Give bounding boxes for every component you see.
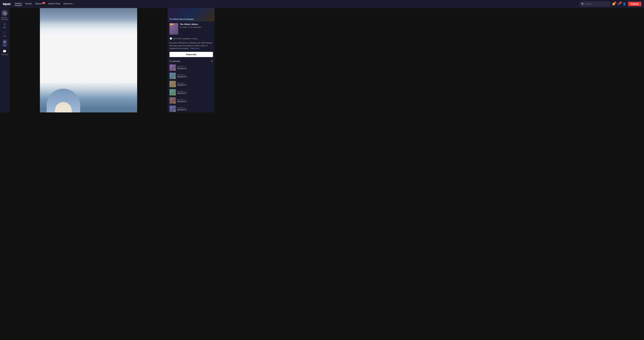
episode-thumb: 🔒 bbox=[170, 89, 176, 96]
logo[interactable]: tapas bbox=[3, 2, 10, 6]
lock-icon: 🔒 bbox=[174, 85, 176, 87]
episode-thumb: 🔒 bbox=[170, 65, 176, 71]
like-label: Like bbox=[3, 35, 6, 37]
sort-button[interactable]: ⇅ bbox=[211, 60, 213, 63]
episode-item[interactable]: 🔒 Episode 40 Episode 40 bbox=[168, 72, 214, 80]
episodes-count: 52 episodes bbox=[170, 60, 180, 63]
avatar-area: 🎭 Episode ... 3.5k views bbox=[1, 10, 8, 21]
comic-page-mid bbox=[40, 35, 137, 82]
comic-arch-decoration bbox=[46, 89, 80, 112]
episode-info: Episode 40 Episode 40 bbox=[177, 74, 213, 78]
list-label: List bbox=[3, 45, 6, 46]
episode-thumb: 🔒 bbox=[170, 73, 176, 79]
nav-mature[interactable]: Mature18 bbox=[35, 2, 45, 6]
avatar[interactable]: 🎭 bbox=[2, 10, 8, 16]
episode-title: Episode 39 bbox=[177, 68, 213, 70]
clock-icon: 🕐 bbox=[170, 37, 172, 40]
read-more-link[interactable]: Read more bbox=[190, 47, 200, 49]
comment-action[interactable]: 💬 Comment bbox=[1, 50, 8, 55]
episode-label: Episode 43 bbox=[177, 99, 213, 100]
episode-label: Episode ... 3.5k views bbox=[1, 17, 8, 21]
nav-novels[interactable]: Novels bbox=[25, 2, 32, 6]
more-label: More bbox=[3, 27, 6, 28]
series-meta: 2m views · 57.7k subscribers bbox=[180, 26, 213, 28]
episode-title: Episode 43 bbox=[177, 100, 213, 102]
episode-label: Episode 40 bbox=[177, 74, 213, 76]
episodes-list: 🔒 Episode 39 Episode 39 🔒 Episode 40 Epi… bbox=[168, 64, 214, 113]
series-text-info: The Villain's Belov... 2m views · 57.7k … bbox=[180, 23, 213, 28]
nav-comics[interactable]: Comics bbox=[14, 2, 22, 6]
wuf-notice: 🕐 Next WUF available in 2 days bbox=[168, 36, 214, 41]
banner-title: The Villain's Beloved Daughter bbox=[170, 18, 194, 20]
episode-item[interactable]: 🔒 Episode 43 Episode 43 bbox=[168, 97, 214, 105]
comic-viewer-area bbox=[10, 8, 168, 112]
left-sidebar: 🎭 Episode ... 3.5k views More ♡ Like ☰ L… bbox=[0, 8, 10, 112]
lock-icon: 🔒 bbox=[174, 110, 176, 112]
episode-label: Episode 41 bbox=[177, 82, 213, 84]
series-thumbnail[interactable]: WUF bbox=[170, 23, 178, 35]
episode-title: Episode 42 bbox=[177, 92, 213, 94]
episode-item[interactable]: 🔒 Episode 41 Episode 41 bbox=[168, 80, 214, 88]
series-banner: The Villain's Beloved Daughter bbox=[168, 8, 214, 22]
heart-icon: ♡ bbox=[3, 31, 6, 35]
lock-icon: 🔒 bbox=[174, 77, 176, 79]
list-icon: ☰ bbox=[3, 40, 6, 44]
comic-page-bottom bbox=[40, 82, 137, 112]
main-layout: 🎭 Episode ... 3.5k views More ♡ Like ☰ L… bbox=[0, 8, 214, 112]
like-action[interactable]: ♡ Like bbox=[3, 31, 6, 37]
episode-info: Episode 43 Episode 43 bbox=[177, 99, 213, 102]
list-action[interactable]: ☰ List bbox=[2, 40, 8, 47]
nav-discover[interactable]: Discover▾ bbox=[64, 2, 74, 6]
series-info-row: WUF The Villain's Belov... 2m views · 57… bbox=[168, 22, 214, 36]
episode-thumb: 🔒 bbox=[170, 97, 176, 104]
episode-thumb: 🔒 bbox=[170, 81, 176, 87]
mature-badge: 18 bbox=[42, 2, 45, 4]
nav-merch[interactable]: Merch Shop bbox=[48, 2, 60, 6]
main-nav: Comics Novels Mature18 Merch Shop Discov… bbox=[14, 2, 73, 6]
episodes-header: 52 episodes ⇅ bbox=[168, 59, 214, 64]
header: tapas Comics Novels Mature18 Merch Shop … bbox=[0, 0, 214, 8]
episode-item[interactable]: 🔒 Episode 42 Episode 42 bbox=[168, 88, 214, 97]
episode-info: Episode 42 Episode 42 bbox=[177, 91, 213, 94]
series-title: The Villain's Belov... bbox=[180, 23, 213, 26]
comic-arch-inner bbox=[55, 102, 72, 112]
episode-label: Episode 39 bbox=[177, 66, 213, 68]
comic-viewer bbox=[40, 8, 137, 112]
episode-item[interactable]: 🔒 Episode 44 Episode 44 bbox=[168, 105, 214, 113]
lock-icon: 🔒 bbox=[174, 102, 176, 103]
discover-chevron: ▾ bbox=[72, 3, 74, 5]
episode-item[interactable]: 🔒 Episode 39 Episode 39 bbox=[168, 64, 214, 72]
more-dots-icon bbox=[4, 23, 5, 26]
series-thumb-badge: WUF bbox=[170, 24, 174, 25]
right-sidebar: The Villain's Beloved Daughter WUF The V… bbox=[168, 8, 214, 112]
episode-label: Episode 42 bbox=[177, 91, 213, 92]
comment-label: Comment bbox=[1, 54, 8, 55]
comment-icon: 💬 bbox=[3, 50, 6, 53]
episode-info: Episode 41 Episode 41 bbox=[177, 82, 213, 86]
lock-icon: 🔒 bbox=[174, 69, 176, 71]
episode-title: Episode 40 bbox=[177, 76, 213, 78]
comic-page-top bbox=[40, 8, 137, 35]
episode-label: Episode 44 bbox=[177, 107, 213, 109]
series-description: My name is Rosaria von Valencia, but I d… bbox=[168, 41, 214, 51]
episode-title: Episode 44 bbox=[177, 109, 213, 111]
episode-info: Episode 39 Episode 39 bbox=[177, 66, 213, 70]
more-button[interactable]: More bbox=[3, 23, 6, 28]
episode-info: Episode 44 Episode 44 bbox=[177, 107, 213, 111]
episode-title: Episode 41 bbox=[177, 84, 213, 86]
lock-icon: 🔒 bbox=[174, 94, 176, 95]
episode-thumb: 🔒 bbox=[170, 106, 176, 112]
subscribe-button[interactable]: Subscribe bbox=[170, 52, 213, 57]
